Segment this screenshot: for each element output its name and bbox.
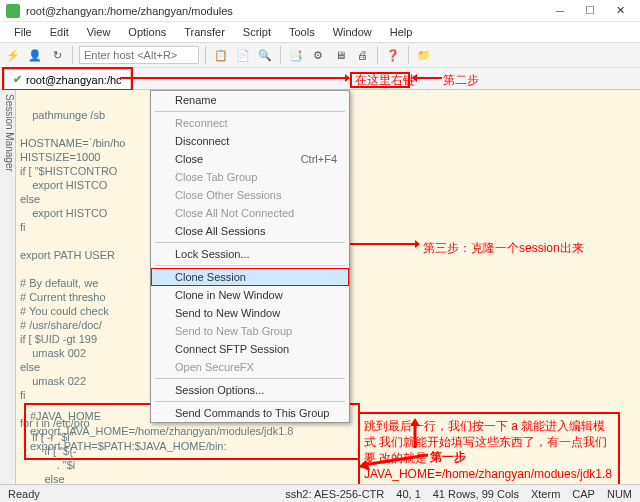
- cm-open-securefx[interactable]: Open SecureFX: [151, 358, 349, 376]
- arrow-step1-up: [405, 418, 425, 448]
- tab-session-active[interactable]: ✔ root@zhangyan:/hc: [4, 69, 131, 89]
- cm-rename[interactable]: Rename: [151, 91, 349, 109]
- arrow-step2-line: [120, 72, 350, 84]
- tool2-icon[interactable]: 🖨: [353, 46, 371, 64]
- svg-marker-5: [415, 240, 420, 248]
- window-title: root@zhangyan:/home/zhangyan/modules: [26, 5, 546, 17]
- menu-edit[interactable]: Edit: [42, 24, 77, 40]
- cm-connect-sftp[interactable]: Connect SFTP Session: [151, 340, 349, 358]
- statusbar: Ready ssh2: AES-256-CTR 40, 1 41 Rows, 9…: [0, 484, 640, 502]
- cm-clone[interactable]: Clone Session: [151, 268, 349, 286]
- status-pos: 40, 1: [396, 488, 420, 500]
- menu-help[interactable]: Help: [382, 24, 421, 40]
- status-ready: Ready: [8, 488, 40, 500]
- toolbar: ⚡ 👤 ↻ 📋 📄 🔍 📑 ⚙ 🖥 🖨 ❓ 📁: [0, 42, 640, 68]
- settings-icon[interactable]: ⚙: [309, 46, 327, 64]
- status-cipher: ssh2: AES-256-CTR: [285, 488, 384, 500]
- svg-marker-9: [410, 418, 420, 426]
- help-icon[interactable]: ❓: [384, 46, 402, 64]
- menu-script[interactable]: Script: [235, 24, 279, 40]
- cm-close[interactable]: CloseCtrl+F4: [151, 150, 349, 168]
- properties-icon[interactable]: 📑: [287, 46, 305, 64]
- menu-window[interactable]: Window: [325, 24, 380, 40]
- minimize-button[interactable]: ─: [546, 2, 574, 20]
- menubar: File Edit View Options Transfer Script T…: [0, 22, 640, 42]
- sftp-icon[interactable]: 📁: [415, 46, 433, 64]
- titlebar: root@zhangyan:/home/zhangyan/modules ─ ☐…: [0, 0, 640, 22]
- annotation-step1: 第一步: [430, 449, 466, 466]
- paste-icon[interactable]: 📄: [234, 46, 252, 64]
- status-cap: CAP: [572, 488, 595, 500]
- cm-reconnect[interactable]: Reconnect: [151, 114, 349, 132]
- menu-view[interactable]: View: [79, 24, 119, 40]
- cm-send-commands[interactable]: Send Commands to This Group: [151, 404, 349, 422]
- status-size: 41 Rows, 99 Cols: [433, 488, 519, 500]
- bolt-icon[interactable]: ⚡: [4, 46, 22, 64]
- annotation-rightclick: 在这里右键: [355, 72, 415, 89]
- cm-close-not-connected[interactable]: Close All Not Connected: [151, 204, 349, 222]
- menu-options[interactable]: Options: [120, 24, 174, 40]
- check-icon: ✔: [13, 73, 22, 86]
- cm-clone-new-window[interactable]: Clone in New Window: [151, 286, 349, 304]
- cm-disconnect[interactable]: Disconnect: [151, 132, 349, 150]
- profile-icon[interactable]: 👤: [26, 46, 44, 64]
- menu-file[interactable]: File: [6, 24, 40, 40]
- session-manager-sidebar[interactable]: Session Manager: [0, 90, 16, 484]
- close-button[interactable]: ✕: [606, 2, 634, 20]
- cm-session-options[interactable]: Session Options...: [151, 381, 349, 399]
- find-icon[interactable]: 🔍: [256, 46, 274, 64]
- menu-transfer[interactable]: Transfer: [176, 24, 233, 40]
- status-num: NUM: [607, 488, 632, 500]
- arrow-step3: [350, 238, 420, 250]
- cm-send-new-window[interactable]: Send to New Window: [151, 304, 349, 322]
- svg-line-6: [363, 455, 428, 465]
- copy-icon[interactable]: 📋: [212, 46, 230, 64]
- app-icon: [6, 4, 20, 18]
- status-term: Xterm: [531, 488, 560, 500]
- maximize-button[interactable]: ☐: [576, 2, 604, 20]
- tool1-icon[interactable]: 🖥: [331, 46, 349, 64]
- svg-marker-1: [345, 74, 350, 82]
- cm-close-tab-group[interactable]: Close Tab Group: [151, 168, 349, 186]
- cm-close-other[interactable]: Close Other Sessions: [151, 186, 349, 204]
- tab-label: root@zhangyan:/hc: [26, 74, 122, 86]
- menu-tools[interactable]: Tools: [281, 24, 323, 40]
- cm-close-all[interactable]: Close All Sessions: [151, 222, 349, 240]
- reconnect-icon[interactable]: ↻: [48, 46, 66, 64]
- annotation-step3: 第三步：克隆一个session出来: [423, 240, 584, 257]
- host-input[interactable]: [79, 46, 199, 64]
- cm-lock[interactable]: Lock Session...: [151, 245, 349, 263]
- arrow-step2: [412, 72, 442, 84]
- annotation-step2: 第二步: [443, 72, 479, 89]
- context-menu: Rename Reconnect Disconnect CloseCtrl+F4…: [150, 90, 350, 423]
- cm-send-new-tab-group[interactable]: Send to New Tab Group: [151, 322, 349, 340]
